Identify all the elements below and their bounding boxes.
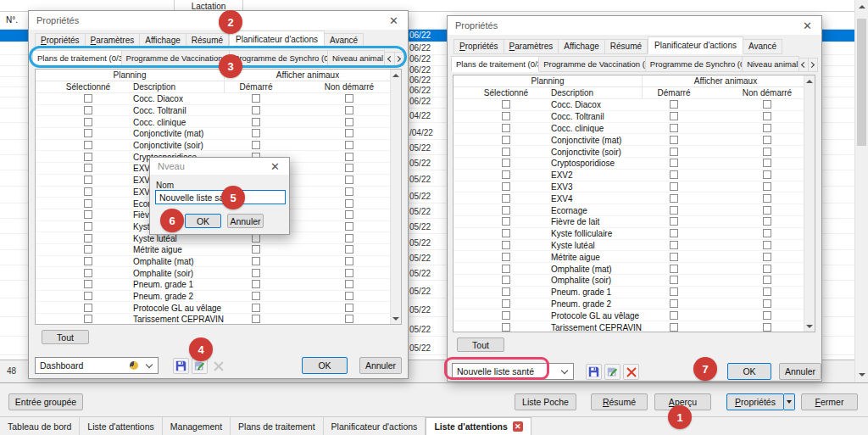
checkbox-not-started[interactable]: [345, 141, 353, 149]
checkbox-not-started[interactable]: [763, 217, 771, 226]
checkbox-selected[interactable]: [84, 269, 92, 277]
popup-ok-button[interactable]: OK: [185, 214, 221, 228]
tab-avanc[interactable]: Avancé: [325, 33, 364, 48]
subtab-niveau-animal[interactable]: Niveau animal (: [328, 50, 386, 66]
checkbox-not-started[interactable]: [345, 153, 353, 161]
ok-button[interactable]: OK: [302, 357, 348, 374]
bottom-tab-liste-d-attentions[interactable]: Liste d'attentions: [80, 417, 162, 435]
table-scrollbar[interactable]: [854, 0, 868, 383]
close-window-button[interactable]: Fermer: [801, 393, 858, 410]
checkbox-not-started[interactable]: [345, 164, 353, 172]
checkbox-started[interactable]: [670, 265, 678, 273]
tab-r-sum[interactable]: Résumé: [186, 33, 229, 48]
checkbox-started[interactable]: [670, 206, 678, 215]
tab-affichage[interactable]: Affichage: [140, 33, 186, 48]
checkbox-started[interactable]: [670, 182, 678, 191]
checkbox-started[interactable]: [252, 280, 260, 288]
checkbox-selected[interactable]: [84, 164, 92, 172]
close-icon[interactable]: ✕: [269, 161, 281, 172]
subtab-programme-de-vaccination-2-4[interactable]: Programme de Vaccination (2/4): [122, 50, 230, 66]
close-icon[interactable]: ✕: [801, 20, 814, 31]
checkbox-selected[interactable]: [84, 141, 92, 149]
subtab-scroll-left[interactable]: [385, 52, 394, 66]
checkbox-not-started[interactable]: [763, 323, 771, 332]
bottom-tab-management[interactable]: Management: [163, 417, 231, 435]
checkbox-not-started[interactable]: [345, 118, 353, 126]
checkbox-not-started[interactable]: [763, 265, 771, 273]
checkbox-not-started[interactable]: [763, 287, 771, 296]
checkbox-selected[interactable]: [502, 299, 510, 308]
tab-propri-t-s[interactable]: Propriétés: [453, 39, 504, 54]
tab-param-tres[interactable]: Paramètres: [504, 39, 559, 54]
checkbox-started[interactable]: [252, 141, 260, 149]
bottom-tab-liste-d-attentions-active[interactable]: Liste d'attentions✕: [426, 417, 531, 435]
checkbox-started[interactable]: [670, 194, 678, 203]
checkbox-selected[interactable]: [84, 257, 92, 265]
subtab-programme-de-synchro-0-3[interactable]: Programme de Synchro (0/3): [646, 56, 743, 72]
checkbox-started[interactable]: [252, 234, 260, 243]
scrollbar-thumb[interactable]: [804, 75, 815, 237]
tab-affichage[interactable]: Affichage: [559, 39, 605, 54]
checkbox-not-started[interactable]: [345, 222, 353, 231]
checkbox-started[interactable]: [670, 148, 678, 156]
tab-propri-t-s[interactable]: Propriétés: [35, 33, 86, 48]
scroll-up-icon[interactable]: [806, 80, 813, 83]
checkbox-started[interactable]: [670, 276, 678, 284]
pocket-list-button[interactable]: Liste Poche: [515, 393, 576, 410]
checkbox-not-started[interactable]: [763, 159, 771, 167]
checkbox-selected[interactable]: [502, 229, 510, 237]
subtab-programme-de-synchro-0-3[interactable]: Programme de Synchro (0/3): [230, 50, 328, 66]
checkbox-selected[interactable]: [502, 100, 510, 109]
scroll-up-icon[interactable]: [859, 5, 865, 8]
checkbox-started[interactable]: [252, 269, 260, 277]
checkbox-started[interactable]: [670, 217, 678, 226]
checkbox-selected[interactable]: [502, 217, 510, 226]
checkbox-selected[interactable]: [84, 129, 92, 137]
checkbox-not-started[interactable]: [345, 129, 353, 137]
tab-planificateur-d-actions[interactable]: Planificateur d'actions: [648, 36, 743, 54]
group-entry-button[interactable]: Entrée groupée: [8, 393, 83, 410]
scrollbar-thumb[interactable]: [857, 19, 866, 146]
checkbox-not-started[interactable]: [763, 311, 771, 320]
checkbox-started[interactable]: [252, 129, 260, 137]
save-button[interactable]: [586, 364, 602, 380]
scroll-down-icon[interactable]: [392, 317, 399, 321]
checkbox-started[interactable]: [252, 257, 260, 265]
scroll-down-icon[interactable]: [806, 325, 813, 328]
checkbox-selected[interactable]: [84, 234, 92, 243]
cancel-button[interactable]: Annuler: [359, 357, 402, 374]
dialog-titlebar[interactable]: Propriétés ✕: [448, 16, 821, 35]
checkbox-selected[interactable]: [84, 94, 92, 103]
checkbox-selected[interactable]: [84, 210, 92, 219]
list-selector-combo[interactable]: Dashboard: [35, 357, 159, 374]
checkbox-not-started[interactable]: [763, 112, 771, 120]
checkbox-selected[interactable]: [84, 245, 92, 254]
checkbox-started[interactable]: [670, 311, 678, 320]
checkbox-selected[interactable]: [502, 241, 510, 249]
list-selector-combo[interactable]: Nouvelle liste santé: [452, 363, 574, 380]
tab-r-sum[interactable]: Résumé: [605, 39, 648, 54]
subtab-programme-de-vaccination-2-4[interactable]: Programme de Vaccination (2/4): [539, 56, 646, 72]
checkbox-started[interactable]: [252, 94, 260, 103]
scrollbar-thumb[interactable]: [391, 70, 401, 226]
checkbox-not-started[interactable]: [345, 234, 353, 243]
checkbox-selected[interactable]: [84, 304, 92, 312]
name-input[interactable]: Nouvelle liste santé: [155, 190, 286, 204]
checkbox-not-started[interactable]: [345, 315, 353, 323]
checkbox-not-started[interactable]: [345, 94, 353, 103]
bottom-tab-tableau-de-bord[interactable]: Tableau de bord: [0, 417, 80, 435]
tab-param-tres[interactable]: Paramètres: [86, 33, 141, 48]
save-button[interactable]: [173, 358, 189, 374]
checkbox-not-started[interactable]: [345, 176, 353, 184]
delete-list-button[interactable]: [623, 364, 639, 380]
checkbox-not-started[interactable]: [345, 245, 353, 254]
checkbox-started[interactable]: [670, 159, 678, 167]
checkbox-started[interactable]: [670, 241, 678, 249]
checkbox-not-started[interactable]: [763, 276, 771, 284]
list-scrollbar[interactable]: [804, 75, 815, 332]
checkbox-started[interactable]: [670, 323, 678, 332]
checkbox-selected[interactable]: [84, 292, 92, 300]
checkbox-started[interactable]: [252, 245, 260, 254]
subtab-plans-de-traitement-0-32[interactable]: Plans de traitement (0/32): [451, 56, 539, 72]
checkbox-not-started[interactable]: [763, 229, 771, 237]
